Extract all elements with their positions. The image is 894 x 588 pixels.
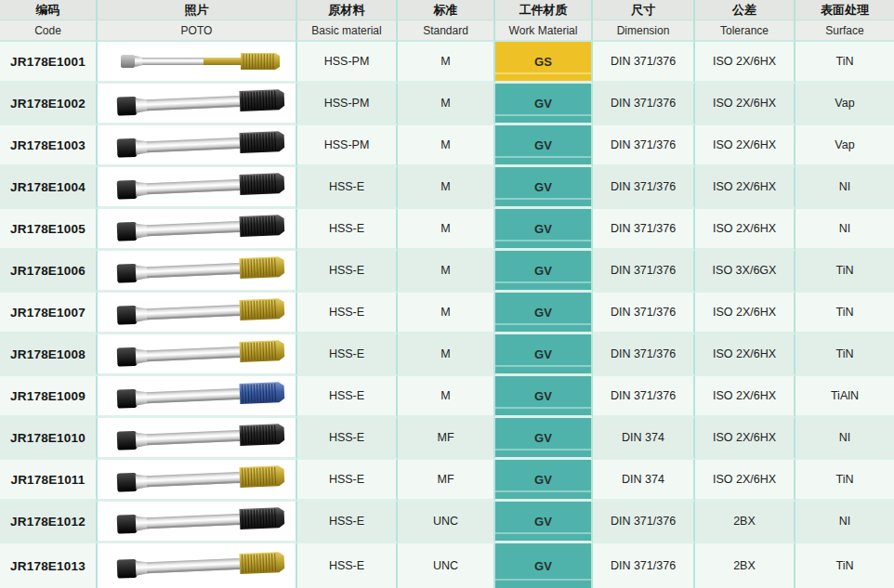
surface-cell: NI <box>795 209 894 251</box>
photo-cell <box>98 167 297 209</box>
tap-photo-image <box>105 460 287 501</box>
code-cell: JR178E1005 <box>0 209 98 251</box>
photo-cell <box>98 209 297 251</box>
column-header-dimension-cn: 尺寸 <box>593 0 695 20</box>
dimension-cell: DIN 371/376 <box>593 125 695 167</box>
work-material-cell: GV <box>495 125 593 167</box>
tap-photo-image <box>105 418 287 459</box>
column-header-tolerance-cn: 公差 <box>695 0 795 20</box>
column-header-code-cn: 编码 <box>0 0 98 20</box>
photo-cell <box>98 460 297 502</box>
basic-material-cell: HSS-E <box>297 543 398 588</box>
surface-cell: NI <box>795 502 894 543</box>
work-material-cell: GS <box>495 42 593 84</box>
basic-material-cell: HSS-PM <box>297 84 398 125</box>
tolerance-cell: ISO 2X/6HX <box>695 84 795 125</box>
code-cell: JR178E1006 <box>0 251 98 293</box>
standard-cell: M <box>398 293 495 334</box>
standard-cell: M <box>398 42 495 84</box>
tap-photo-image <box>105 84 287 124</box>
column-header-material-en: Basic material <box>297 20 398 42</box>
work-material-cell: GV <box>495 376 593 418</box>
photo-cell <box>98 251 297 293</box>
surface-cell: TiN <box>795 42 894 84</box>
tolerance-cell: ISO 2X/6HX <box>695 125 795 167</box>
basic-material-cell: HSS-E <box>297 376 398 418</box>
code-cell: JR178E1012 <box>0 502 98 543</box>
standard-cell: M <box>398 376 495 418</box>
code-cell: JR178E1002 <box>0 84 98 125</box>
dimension-cell: DIN 371/376 <box>593 376 695 418</box>
photo-cell <box>98 42 297 84</box>
tap-photo-image <box>105 293 287 333</box>
dimension-cell: DIN 371/376 <box>593 84 695 125</box>
basic-material-cell: HSS-E <box>297 209 398 251</box>
column-header-photo-en: POTO <box>98 20 297 42</box>
basic-material-cell: HSS-PM <box>297 42 398 84</box>
column-header-work-cn: 工件材质 <box>495 0 593 20</box>
basic-material-cell: HSS-E <box>297 293 398 334</box>
tolerance-cell: ISO 2X/6HX <box>695 293 795 334</box>
work-material-cell: GV <box>495 293 593 334</box>
code-cell: JR178E1007 <box>0 293 98 334</box>
tolerance-cell: ISO 2X/6HX <box>695 460 795 502</box>
tap-photo-image <box>105 544 287 587</box>
standard-cell: M <box>398 209 495 251</box>
column-header-code-en: Code <box>0 20 98 42</box>
tap-photo-image <box>105 502 287 542</box>
photo-cell <box>98 543 297 588</box>
work-material-cell: GV <box>495 334 593 376</box>
basic-material-cell: HSS-PM <box>297 125 398 167</box>
tolerance-cell: 2BX <box>695 543 795 588</box>
column-header-surface-en: Surface <box>795 20 894 42</box>
code-cell: JR178E1009 <box>0 376 98 418</box>
code-cell: JR178E1010 <box>0 418 98 460</box>
code-cell: JR178E1003 <box>0 125 98 167</box>
tolerance-cell: ISO 2X/6HX <box>695 167 795 209</box>
column-header-work-en: Work Material <box>495 20 593 42</box>
tolerance-cell: ISO 3X/6GX <box>695 251 795 293</box>
work-material-cell: GV <box>495 167 593 209</box>
tap-photo-image <box>105 334 287 375</box>
tap-photo-image <box>105 167 287 208</box>
tap-photo-image <box>106 44 287 79</box>
surface-cell: TiN <box>795 334 894 376</box>
surface-cell: TiAlN <box>795 376 894 418</box>
tolerance-cell: ISO 2X/6HX <box>695 418 795 460</box>
basic-material-cell: HSS-E <box>297 167 398 209</box>
standard-cell: M <box>398 125 495 167</box>
tolerance-cell: 2BX <box>695 502 795 543</box>
basic-material-cell: HSS-E <box>297 460 398 502</box>
standard-cell: UNC <box>398 502 495 543</box>
column-header-material-cn: 原材料 <box>297 0 398 20</box>
standard-cell: UNC <box>398 543 495 588</box>
dimension-cell: DIN 371/376 <box>593 293 695 334</box>
standard-cell: MF <box>398 418 495 460</box>
dimension-cell: DIN 371/376 <box>593 251 695 293</box>
work-material-cell: GV <box>495 418 593 460</box>
basic-material-cell: HSS-E <box>297 334 398 376</box>
surface-cell: TiN <box>795 543 894 588</box>
dimension-cell: DIN 371/376 <box>593 209 695 251</box>
column-header-surface-cn: 表面处理 <box>795 0 894 20</box>
surface-cell: TiN <box>795 460 894 502</box>
tap-photo-image <box>105 125 287 166</box>
tolerance-cell: ISO 2X/6HX <box>695 42 795 84</box>
tolerance-cell: ISO 2X/6HX <box>695 334 795 376</box>
work-material-cell: GV <box>495 84 593 125</box>
surface-cell: TiN <box>795 251 894 293</box>
tolerance-cell: ISO 2X/6HX <box>695 376 795 418</box>
code-cell: JR178E1011 <box>0 460 98 502</box>
column-header-photo-cn: 照片 <box>98 0 297 20</box>
photo-cell <box>98 376 297 418</box>
photo-cell <box>98 293 297 334</box>
tolerance-cell: ISO 2X/6HX <box>695 209 795 251</box>
dimension-cell: DIN 374 <box>593 460 695 502</box>
photo-cell <box>98 125 297 167</box>
column-header-standard-en: Standard <box>398 20 495 42</box>
code-cell: JR178E1013 <box>0 543 98 588</box>
surface-cell: Vap <box>795 84 894 125</box>
column-header-dimension-en: Dimension <box>593 20 695 42</box>
column-header-tolerance-en: Tolerance <box>695 20 795 42</box>
photo-cell <box>98 502 297 543</box>
